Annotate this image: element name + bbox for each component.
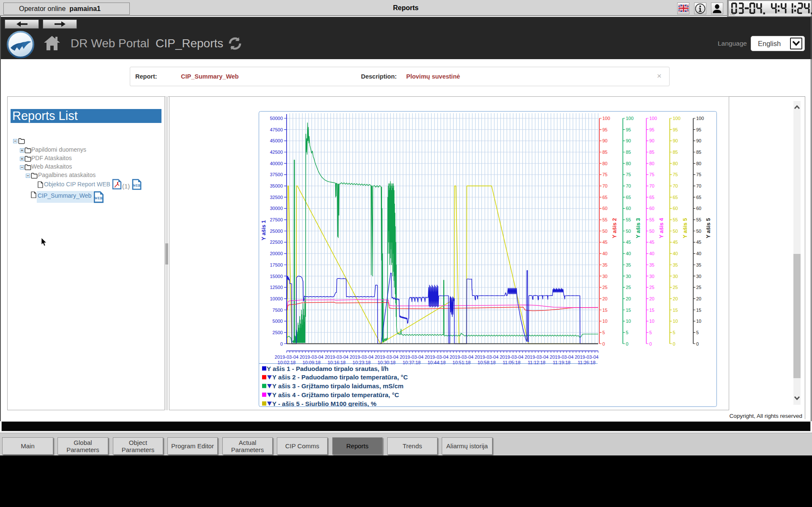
svg-text:25: 25	[673, 285, 678, 290]
svg-text:2019-03-04: 2019-03-04	[400, 354, 424, 360]
svg-text:60: 60	[673, 206, 678, 211]
svg-text:95: 95	[626, 127, 631, 132]
svg-text:75: 75	[602, 172, 607, 177]
svg-text:0: 0	[696, 341, 699, 346]
svg-text:20: 20	[602, 296, 607, 301]
svg-text:12500: 12500	[270, 285, 283, 290]
svg-text:70: 70	[602, 183, 607, 188]
svg-text:25: 25	[649, 285, 654, 290]
svg-text:80: 80	[696, 161, 701, 166]
svg-text:45: 45	[696, 240, 701, 245]
svg-text:70: 70	[649, 183, 654, 188]
svg-text:7500: 7500	[273, 308, 283, 313]
svg-text:10: 10	[626, 319, 631, 324]
svg-text:90: 90	[649, 138, 654, 143]
svg-text:42500: 42500	[270, 150, 283, 155]
svg-text:30: 30	[602, 274, 607, 279]
svg-text:40: 40	[696, 251, 701, 256]
svg-text:2019-03-04: 2019-03-04	[475, 354, 498, 360]
svg-text:20000: 20000	[270, 251, 283, 256]
svg-text:35: 35	[673, 262, 678, 267]
svg-text:70: 70	[696, 183, 701, 188]
svg-text:2019-03-04: 2019-03-04	[550, 354, 574, 360]
svg-text:85: 85	[649, 150, 654, 155]
svg-text:65: 65	[696, 195, 701, 200]
svg-text:2019-03-04: 2019-03-04	[450, 354, 473, 360]
svg-text:11:19:18: 11:19:18	[553, 360, 571, 365]
svg-text:80: 80	[673, 161, 678, 166]
svg-text:2019-03-04: 2019-03-04	[500, 354, 523, 360]
svg-text:95: 95	[696, 127, 701, 132]
svg-text:95: 95	[649, 127, 654, 132]
svg-text:10:37:18: 10:37:18	[402, 360, 421, 365]
svg-text:Y ašis 1 - Paduodamo tirpalo s: Y ašis 1 - Paduodamo tirpalo srautas, l/…	[267, 365, 388, 372]
svg-text:25: 25	[696, 285, 701, 290]
svg-text:75: 75	[626, 172, 631, 177]
svg-text:0: 0	[649, 341, 652, 346]
svg-text:90: 90	[626, 138, 631, 143]
svg-text:30: 30	[696, 274, 701, 279]
svg-text:5: 5	[602, 330, 605, 335]
svg-text:100: 100	[649, 116, 657, 121]
svg-text:10:16:18: 10:16:18	[328, 360, 346, 365]
svg-text:50: 50	[696, 229, 701, 234]
svg-text:10: 10	[673, 319, 678, 324]
svg-text:40: 40	[649, 251, 654, 256]
svg-text:5: 5	[649, 330, 652, 335]
svg-text:50000: 50000	[270, 116, 283, 121]
svg-text:50: 50	[602, 229, 607, 234]
svg-text:2019-03-04: 2019-03-04	[300, 354, 323, 360]
svg-text:20: 20	[673, 296, 678, 301]
svg-text:55: 55	[626, 217, 631, 222]
svg-text:50: 50	[673, 229, 678, 234]
svg-text:30000: 30000	[270, 206, 283, 211]
svg-text:95: 95	[602, 127, 607, 132]
svg-text:55: 55	[696, 217, 701, 222]
svg-text:40000: 40000	[270, 161, 283, 166]
svg-text:35: 35	[626, 262, 631, 267]
svg-text:20: 20	[626, 296, 631, 301]
svg-text:45: 45	[602, 240, 607, 245]
svg-text:47500: 47500	[270, 127, 283, 132]
svg-text:2019-03-04: 2019-03-04	[575, 354, 599, 360]
svg-text:2019-03-04: 2019-03-04	[275, 354, 298, 360]
svg-text:15: 15	[673, 308, 678, 313]
svg-text:30: 30	[626, 274, 631, 279]
svg-text:90: 90	[673, 138, 678, 143]
svg-text:45: 45	[673, 240, 678, 245]
svg-text:40: 40	[602, 251, 607, 256]
svg-text:35: 35	[696, 262, 701, 267]
svg-text:10:51:18: 10:51:18	[453, 360, 471, 365]
svg-text:65: 65	[626, 195, 631, 200]
svg-text:5: 5	[626, 330, 629, 335]
svg-text:90: 90	[696, 138, 701, 143]
svg-text:30: 30	[649, 274, 654, 279]
svg-text:10000: 10000	[270, 296, 283, 301]
svg-text:20: 20	[649, 296, 654, 301]
svg-text:Y ašis 5: Y ašis 5	[682, 218, 688, 238]
svg-text:65: 65	[649, 195, 654, 200]
svg-text:2019-03-04: 2019-03-04	[325, 354, 348, 360]
svg-text:45: 45	[649, 240, 654, 245]
svg-text:15: 15	[696, 308, 701, 313]
svg-text:2019-03-04: 2019-03-04	[525, 354, 548, 360]
svg-text:Y ašis 2: Y ašis 2	[611, 218, 618, 238]
svg-text:35: 35	[602, 262, 607, 267]
svg-text:85: 85	[696, 150, 701, 155]
svg-text:90: 90	[602, 138, 607, 143]
svg-text:5: 5	[696, 330, 699, 335]
svg-text:25: 25	[626, 285, 631, 290]
svg-text:60: 60	[649, 206, 654, 211]
svg-text:15: 15	[649, 308, 654, 313]
svg-text:60: 60	[626, 206, 631, 211]
svg-text:100: 100	[602, 116, 610, 121]
svg-text:5: 5	[673, 330, 675, 335]
svg-text:10:58:18: 10:58:18	[478, 360, 496, 365]
svg-text:85: 85	[673, 150, 678, 155]
svg-text:15000: 15000	[270, 274, 283, 279]
svg-text:75: 75	[673, 172, 678, 177]
svg-text:70: 70	[626, 183, 631, 188]
svg-text:30: 30	[673, 274, 678, 279]
svg-text:10:02:18: 10:02:18	[278, 360, 296, 365]
svg-text:Y ašis 2 - Paduodamo tirpalo t: Y ašis 2 - Paduodamo tirpalo temperatūra…	[272, 373, 408, 381]
